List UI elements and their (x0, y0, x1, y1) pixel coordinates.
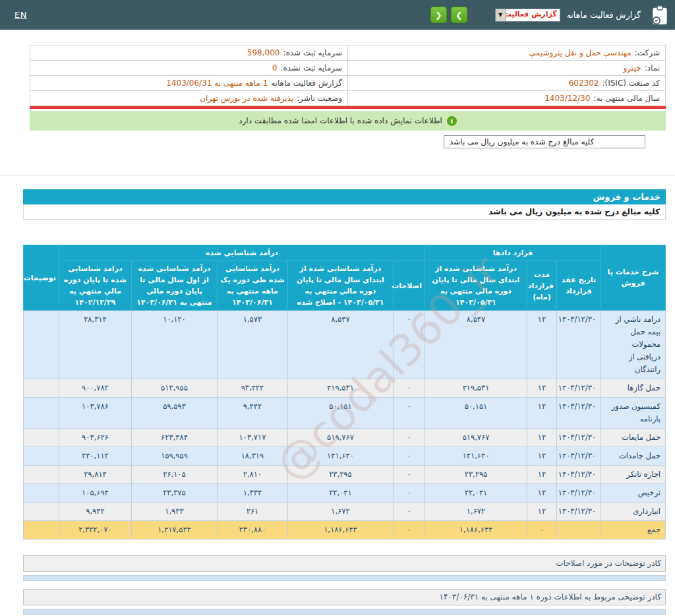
company-info-row: شرکت:مهندسي حمل و نقل پتروشيمي سرمایه ثب… (30, 46, 666, 61)
rev-to-0531-adjusted-cell: ۵۱۹,۷۶۷ (287, 428, 393, 447)
rev-month-cell: ۱۰۳,۷۱۷ (217, 428, 287, 447)
service-name-cell: جمع (601, 520, 666, 539)
adjustments-cell: ۰ (393, 520, 425, 539)
group-revenue-header: درآمد شناسایی شده (59, 245, 425, 261)
duration-cell: ۱۲ (527, 311, 557, 379)
contract-date-cell: ۱۴۰۳/۱۲/۳۰ (557, 428, 601, 447)
rev-prev-year-cell: ۱۰۳,۷۸۶ (59, 398, 131, 429)
report-type-select[interactable]: گزارش فعالیت ▼ (495, 9, 560, 22)
chevron-down-icon: ▼ (496, 9, 506, 21)
company-info-table: شرکت:مهندسي حمل و نقل پتروشيمي سرمایه ثب… (30, 45, 666, 106)
notes-cell (23, 483, 59, 502)
info-value: حپترو (624, 63, 645, 73)
rev-ytd-cell: ۲۶,۱۰۵ (131, 465, 217, 483)
col-service-header: شرح خدمات یا فروش (601, 245, 666, 311)
rev-to-0531-adjusted-cell: ۱,۱۸۶,۶۴۴ (287, 520, 393, 539)
col-contract-date-header: تاریخ عقد قرارداد (557, 261, 601, 311)
table-row: اجاره تانکر ۱۴۰۳/۱۲/۳۰ ۱۲ ۲۳,۲۹۵ ۰ ۲۳,۲۹… (23, 465, 665, 483)
notes-cell (23, 311, 59, 379)
rev-prev-year-cell: ۲۸,۳۱۴ (59, 311, 131, 379)
rev-ytd-cell: ۲۳,۳۷۵ (131, 483, 217, 502)
rev-month-cell: ۲۶۱ (217, 502, 287, 520)
adjustments-cell: ۰ (393, 379, 425, 398)
contract-date-cell: ۱۴۰۳/۱۲/۳۰ (557, 483, 601, 502)
contract-date-cell: ۱۴۰۳/۱۲/۳۰ (557, 379, 601, 398)
adjustments-cell: ۰ (393, 311, 425, 379)
english-language-link[interactable]: EN (15, 10, 27, 20)
rev-to-0531-cell: ۲۳,۲۹۵ (425, 465, 527, 483)
col-rev-month-header: درآمد شناسایی شده طی دوره یک ماهه منتهی … (217, 261, 287, 311)
info-label: نماد: (645, 63, 660, 73)
notes-cell (23, 502, 59, 520)
duration-cell: ۱۲ (527, 379, 557, 398)
report-select-value: گزارش فعالیت (506, 9, 560, 21)
table-header: شرح خدمات یا فروش قرارد دادها درآمد شناس… (23, 245, 665, 311)
company-info-cell: سرمایه ثبت شده:598,000 (30, 46, 348, 61)
contract-date-cell: ۱۴۰۳/۱۲/۳۰ (557, 398, 601, 429)
rev-ytd-cell: ۶۲۳,۴۸۴ (131, 428, 217, 447)
info-label: کد صنعت (ISIC): (602, 78, 660, 88)
service-name-cell: کمیسیون صدور بارنامه (601, 398, 666, 429)
contract-date-cell: ۱۴۰۳/۱۲/۳۰ (557, 311, 601, 379)
adjustments-cell: ۰ (393, 465, 425, 483)
rev-to-0531-adjusted-cell: ۵۰,۱۵۱ (287, 398, 393, 429)
rev-prev-year-cell: ۲,۳۲۲,۰۷۰ (59, 520, 131, 539)
units-note-row: کلیه مبالغ درج شده به میلیون ریال می باش… (23, 204, 666, 220)
notes-cell (23, 447, 59, 465)
company-info-cell: سرمایه ثبت نشده:0 (30, 61, 348, 76)
service-name-cell: اجاره تانکر (601, 465, 666, 483)
rev-to-0531-cell: ۲۲,۰۴۱ (425, 483, 527, 502)
adjustments-cell: ۰ (393, 428, 425, 447)
duration-cell: ۱۲ (527, 502, 557, 520)
col-duration-header: مدت قرارداد (ماه) (527, 261, 557, 311)
table-row: جمع ۰ ۱,۱۸۶,۶۴۴ ۰ ۱,۱۸۶,۶۴۴ ۲۳۰,۸۸۰ ۱,۴۱… (23, 520, 665, 539)
company-info-row: سال مالی منتهی به:1403/12/30 وضعیت ناشر:… (30, 91, 666, 106)
info-value: مهندسي حمل و نقل پتروشيمي (529, 48, 635, 57)
rev-month-cell: ۱,۵۷۳ (217, 311, 287, 379)
contract-date-cell: ۱۴۰۳/۱۲/۳۰ (557, 502, 601, 520)
rev-to-0531-adjusted-cell: ۱,۶۷۲ (287, 502, 393, 520)
comment-label-bar: کادر توضیحی مربوط به اطلاعات دوره ۱ ماهه… (23, 589, 666, 605)
adjustments-cell: ۰ (393, 483, 425, 502)
rev-ytd-cell: ۵۹,۵۹۳ (131, 398, 217, 429)
info-label: سرمایه ثبت نشده: (280, 63, 342, 73)
rev-prev-year-cell: ۹۰۳,۶۲۶ (59, 428, 131, 447)
rev-prev-year-cell: ۱۰۵,۶۹۴ (59, 483, 131, 502)
comment-empty-field (23, 575, 666, 581)
comment-label-bar: کادر توضیحات در مورد اصلاحات (23, 555, 666, 572)
rev-month-cell: ۹۳,۴۲۴ (217, 379, 287, 398)
sales-services-table: شرح خدمات یا فروش قرارد دادها درآمد شناس… (23, 245, 666, 539)
table-row: کمیسیون صدور بارنامه ۱۴۰۳/۱۲/۳۰ ۱۲ ۵۰,۱۵… (23, 398, 665, 429)
info-label: سرمایه ثبت شده: (283, 48, 342, 57)
rev-to-0531-cell: ۴۱۹,۵۳۱ (425, 379, 527, 398)
comment-block: کادر توضیحی مربوط به اطلاعات دوره ۱ ماهه… (23, 589, 666, 615)
contract-date-cell (557, 520, 601, 539)
col-rev-to-0531-adjusted-header: درآمد شناسایی شده از ابتدای سال مالی تا … (287, 261, 393, 311)
notes-cell (23, 398, 59, 429)
company-info-cell: وضعیت ناشر:پذیرفته شده در بورس تهران (30, 91, 348, 106)
service-name-cell: حمل جامدات (601, 447, 666, 465)
duration-cell: ۱۲ (527, 398, 557, 429)
company-info-row: کد صنعت (ISIC):602302 گزارش فعالیت ماهان… (30, 76, 666, 91)
rev-to-0531-cell: ۱,۱۸۶,۶۴۴ (425, 520, 527, 539)
info-value: 602302 (569, 78, 602, 88)
duration-cell: ۱۲ (527, 447, 557, 465)
duration-cell: ۱۲ (527, 483, 557, 502)
report-nav-buttons: ❯ ❮ (426, 7, 467, 23)
table-row: حمل گازها ۱۴۰۳/۱۲/۳۰ ۱۲ ۴۱۹,۵۳۱ ۰ ۴۱۹,۵۳… (23, 379, 665, 398)
service-name-cell: حمل گازها (601, 379, 666, 398)
info-label: وضعیت ناشر: (297, 94, 342, 103)
service-name-cell: ترخیص (601, 483, 666, 502)
col-rev-prev-year-header: درامد شناسایی شده تا پایان دوره مالي منت… (59, 261, 131, 311)
rev-to-0531-cell: ۵۱۹,۷۶۷ (425, 428, 527, 447)
comment-empty-field (23, 609, 666, 615)
col-adjustments-header: اصلاحات (393, 261, 425, 311)
info-label: گزارش فعالیت ماهانه (271, 78, 342, 88)
next-report-button[interactable]: ❯ (451, 7, 467, 23)
duration-cell: ۰ (527, 520, 557, 539)
duration-cell: ۱۲ (527, 428, 557, 447)
signed-data-notice: i اطلاعات نمایش داده شده با اطلاعات امضا… (30, 111, 666, 131)
comment-boxes: کادر توضیحات در مورد اصلاحات کادر توضیحی… (23, 555, 666, 616)
prev-report-button[interactable]: ❮ (430, 7, 447, 23)
table-row: حمل مایعات ۱۴۰۳/۱۲/۳۰ ۱۲ ۵۱۹,۷۶۷ ۰ ۵۱۹,۷… (23, 428, 665, 447)
